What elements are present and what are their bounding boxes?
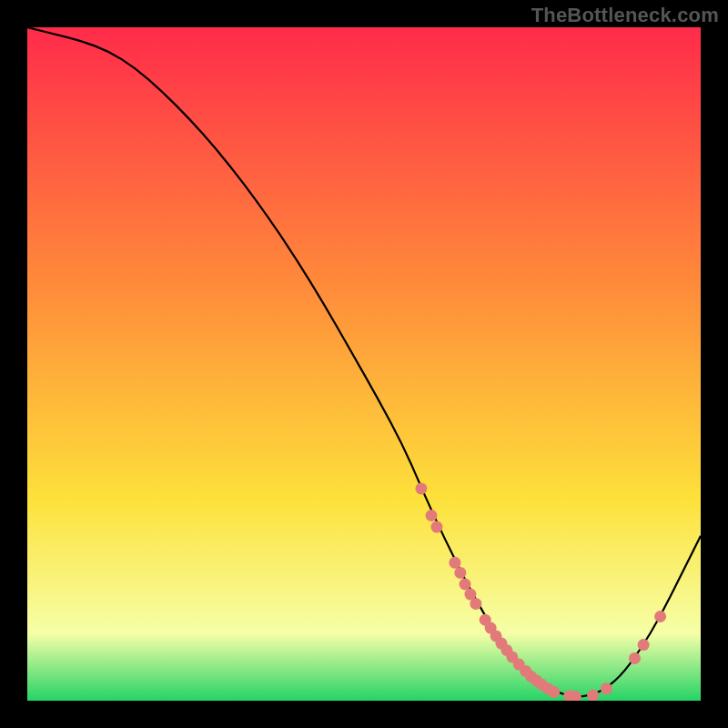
scatter-dot xyxy=(426,510,438,521)
scatter-dot xyxy=(449,557,460,569)
scatter-dot xyxy=(629,652,641,664)
watermark-text: TheBottleneck.com xyxy=(531,4,719,27)
scatter-dot xyxy=(548,686,560,698)
scatter-dot xyxy=(454,567,466,579)
plot-area xyxy=(27,27,701,701)
scatter-dot xyxy=(654,611,666,622)
scatter-dot xyxy=(587,690,599,701)
scatter-dot xyxy=(430,521,442,533)
gradient-background xyxy=(27,27,701,701)
scatter-dot xyxy=(601,682,612,694)
scatter-dot xyxy=(460,578,471,590)
scatter-dot xyxy=(638,639,650,651)
scatter-dot xyxy=(470,598,481,610)
scatter-dot xyxy=(415,482,427,494)
chart-frame: TheBottleneck.com xyxy=(0,0,728,728)
plot-svg xyxy=(27,27,701,701)
